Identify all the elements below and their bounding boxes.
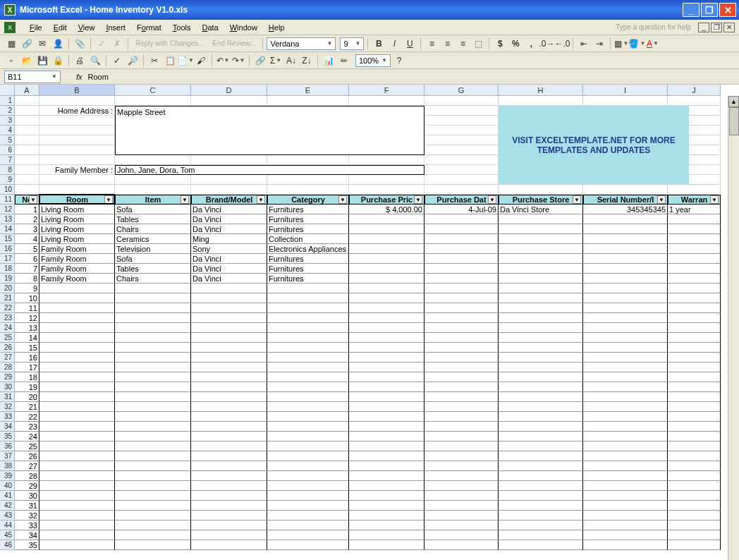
- data-cell[interactable]: 10: [15, 293, 39, 303]
- data-cell[interactable]: [583, 264, 668, 274]
- row-header-8[interactable]: 8: [0, 165, 15, 175]
- data-cell[interactable]: [499, 481, 583, 491]
- data-cell[interactable]: 4-Jul-09: [425, 205, 499, 214]
- data-cell[interactable]: 19: [15, 382, 39, 392]
- row-header-35[interactable]: 35: [0, 432, 15, 442]
- data-cell[interactable]: [499, 501, 583, 511]
- font-selector[interactable]: Verdana▼: [267, 37, 336, 50]
- data-cell[interactable]: [349, 442, 425, 451]
- research-button[interactable]: 🔎: [126, 54, 140, 68]
- filter-dropdown-icon[interactable]: ▼: [657, 195, 666, 204]
- data-cell[interactable]: [349, 511, 425, 521]
- borders-button[interactable]: ▦▼: [614, 37, 628, 51]
- toggle-grid-icon[interactable]: ▦: [4, 37, 18, 51]
- data-cell[interactable]: [425, 402, 499, 412]
- data-cell[interactable]: [349, 491, 425, 501]
- data-cell[interactable]: [39, 372, 115, 382]
- data-cell[interactable]: [267, 333, 349, 343]
- data-cell[interactable]: Furnitures: [267, 224, 349, 234]
- print-button[interactable]: 🖨: [73, 54, 87, 68]
- data-cell[interactable]: [425, 432, 499, 442]
- data-cell[interactable]: [267, 353, 349, 363]
- header-purchase-store[interactable]: Purchase Store▼: [499, 195, 583, 205]
- data-cell[interactable]: [583, 234, 668, 244]
- data-cell[interactable]: [349, 382, 425, 392]
- data-cell[interactable]: [115, 402, 191, 412]
- data-cell[interactable]: [425, 511, 499, 521]
- data-cell[interactable]: [115, 303, 191, 313]
- data-cell[interactable]: [425, 392, 499, 402]
- data-cell[interactable]: [191, 521, 267, 530]
- data-cell[interactable]: Da Vinci: [191, 214, 267, 224]
- underline-button[interactable]: U: [403, 37, 417, 51]
- data-cell[interactable]: [115, 333, 191, 343]
- align-right-button[interactable]: ≡: [456, 37, 470, 51]
- data-cell[interactable]: [39, 540, 115, 550]
- row-header-31[interactable]: 31: [0, 392, 15, 402]
- data-cell[interactable]: Da Vinci: [191, 254, 267, 264]
- data-cell[interactable]: 29: [15, 481, 39, 491]
- data-cell[interactable]: 24: [15, 432, 39, 442]
- data-cell[interactable]: [425, 264, 499, 274]
- data-cell[interactable]: [668, 254, 721, 264]
- data-cell[interactable]: [499, 511, 583, 521]
- data-cell[interactable]: Chairs: [115, 224, 191, 234]
- data-cell[interactable]: [39, 363, 115, 372]
- filter-dropdown-icon[interactable]: ▼: [710, 195, 719, 204]
- data-cell[interactable]: 33: [15, 521, 39, 530]
- col-header-A[interactable]: A: [15, 85, 39, 96]
- data-cell[interactable]: Sony: [191, 244, 267, 254]
- fx-icon[interactable]: fx: [76, 73, 83, 81]
- data-cell[interactable]: [583, 323, 668, 333]
- data-cell[interactable]: [115, 313, 191, 323]
- redo-button[interactable]: ↷▼: [231, 54, 245, 68]
- link-icon[interactable]: 🔗: [20, 37, 34, 51]
- row-header-34[interactable]: 34: [0, 422, 15, 432]
- col-header-G[interactable]: G: [425, 85, 499, 96]
- data-cell[interactable]: [191, 293, 267, 303]
- row-header-29[interactable]: 29: [0, 372, 15, 382]
- data-cell[interactable]: [668, 224, 721, 234]
- data-cell[interactable]: [668, 303, 721, 313]
- data-cell[interactable]: [425, 333, 499, 343]
- row-header-19[interactable]: 19: [0, 274, 15, 284]
- close-button[interactable]: ✕: [719, 3, 736, 17]
- data-cell[interactable]: [668, 451, 721, 461]
- data-cell[interactable]: [39, 442, 115, 451]
- data-cell[interactable]: [267, 284, 349, 293]
- data-cell[interactable]: [583, 432, 668, 442]
- data-cell[interactable]: [668, 402, 721, 412]
- data-cell[interactable]: 4: [15, 234, 39, 244]
- data-cell[interactable]: Da Vinci: [191, 224, 267, 234]
- menu-help[interactable]: Help: [263, 22, 291, 33]
- data-cell[interactable]: [191, 422, 267, 432]
- data-cell[interactable]: [583, 481, 668, 491]
- data-cell[interactable]: [267, 303, 349, 313]
- menu-file[interactable]: File: [24, 22, 48, 33]
- data-cell[interactable]: [39, 303, 115, 313]
- data-cell[interactable]: [115, 451, 191, 461]
- data-cell[interactable]: [115, 392, 191, 402]
- data-cell[interactable]: [191, 442, 267, 451]
- data-cell[interactable]: [425, 274, 499, 284]
- data-cell[interactable]: [115, 343, 191, 353]
- data-cell[interactable]: [425, 422, 499, 432]
- col-header-C[interactable]: C: [115, 85, 191, 96]
- scroll-thumb[interactable]: [729, 107, 739, 135]
- undo-button[interactable]: ↶▼: [216, 54, 230, 68]
- row-header-38[interactable]: 38: [0, 461, 15, 471]
- data-cell[interactable]: [668, 363, 721, 372]
- data-cell[interactable]: [191, 530, 267, 540]
- data-cell[interactable]: [349, 244, 425, 254]
- data-cell[interactable]: [425, 214, 499, 224]
- data-cell[interactable]: 6: [15, 254, 39, 264]
- data-cell[interactable]: 8: [15, 274, 39, 284]
- row-header-9[interactable]: 9: [0, 175, 15, 185]
- data-cell[interactable]: [425, 234, 499, 244]
- row-header-42[interactable]: 42: [0, 501, 15, 511]
- decrease-indent-button[interactable]: ⇤: [577, 37, 591, 51]
- data-cell[interactable]: [425, 491, 499, 501]
- row-header-43[interactable]: 43: [0, 511, 15, 521]
- data-cell[interactable]: 9: [15, 284, 39, 293]
- autosum-button[interactable]: Σ▼: [269, 54, 283, 68]
